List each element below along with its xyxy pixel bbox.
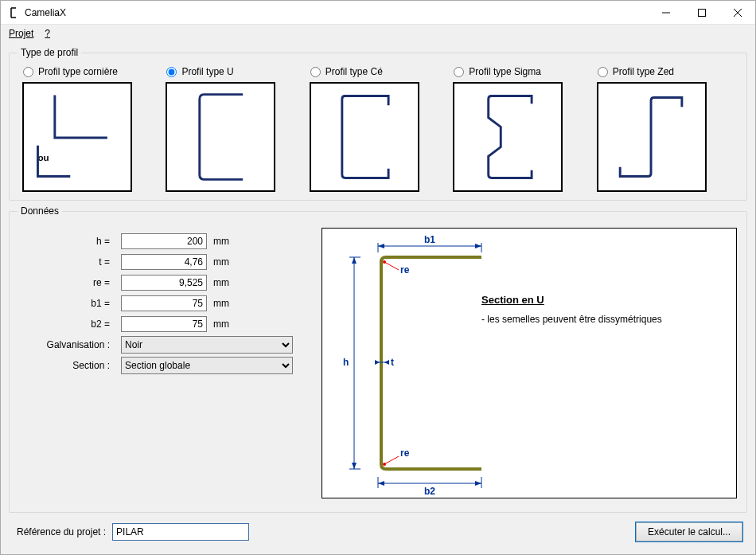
input-re[interactable] [121,275,207,291]
svg-marker-20 [352,463,357,469]
window-title: CameliaX [25,7,648,18]
radio-sigma-label: Profil type Sigma [469,66,541,77]
label-reference: Référence du projet : [17,526,106,537]
input-h[interactable] [121,233,207,249]
radio-sigma-input[interactable] [454,67,464,77]
svg-text:t: t [391,357,394,368]
profile-corniere-icon: ou [22,82,132,192]
profile-u-icon [166,82,275,192]
section-diagram: b1 re re [321,228,737,498]
window-controls [648,1,755,24]
app-window: CameliaX Projet ? Type de profil [0,0,756,555]
profile-zed-icon [597,82,707,192]
svg-marker-24 [384,360,389,365]
svg-marker-23 [375,360,380,365]
svg-line-14 [384,456,399,464]
label-section: Section : [19,360,115,371]
radio-u-label: Profil type U [181,66,233,77]
svg-marker-7 [378,244,384,248]
svg-marker-29 [378,481,384,486]
corniere-ou-label: ou [37,152,49,162]
close-button[interactable] [719,1,755,24]
radio-ce-input[interactable] [310,67,321,77]
radio-zed-input[interactable] [598,67,608,77]
svg-text:b1: b1 [424,234,435,245]
svg-rect-1 [698,9,705,16]
diagram-note: - les semelles peuvent être dissymétriqu… [481,314,728,325]
radio-corniere-label: Profil type cornière [38,66,118,77]
radio-ce-label: Profil type Cé [325,66,383,77]
svg-marker-19 [352,257,357,264]
select-section[interactable]: Section globale [121,357,293,374]
data-group: Données h = mm t = mm re = [9,205,747,513]
label-t: t = [19,256,115,268]
radio-corniere[interactable]: Profil type cornière [22,64,118,79]
data-legend: Données [18,205,62,217]
svg-marker-30 [475,481,481,486]
input-b2[interactable] [121,316,207,332]
menu-help[interactable]: ? [45,28,50,39]
profile-ce: Profil type Cé [310,64,446,192]
profile-type-group: Type de profil Profil type cornière ou [9,47,747,201]
svg-text:re: re [400,264,410,276]
svg-text:b2: b2 [424,486,435,497]
menu-projet[interactable]: Projet [9,28,33,39]
unit-h: mm [213,236,237,247]
radio-zed[interactable]: Profil type Zed [597,64,674,79]
label-b2: b2 = [19,319,115,330]
diagram-title: Section en U [481,294,728,306]
profile-sigma: Profil type Sigma [453,64,590,192]
svg-text:h: h [343,357,349,368]
profile-type-legend: Type de profil [18,47,81,58]
execute-button[interactable]: Exécuter le calcul... [636,522,742,541]
radio-u[interactable]: Profil type U [166,64,233,79]
input-t[interactable] [121,254,207,270]
svg-marker-8 [475,244,481,248]
label-b1: b1 = [19,298,115,309]
profile-ce-icon [310,82,419,192]
input-reference[interactable] [112,523,249,541]
unit-re: mm [213,277,237,288]
profile-u: Profil type U [166,64,302,192]
unit-b2: mm [213,319,237,330]
app-icon [7,6,20,19]
select-galvanisation[interactable]: Noir [121,336,293,354]
content-area: Type de profil Profil type cornière ou [1,42,755,554]
maximize-button[interactable] [684,1,719,24]
svg-line-11 [384,262,399,270]
titlebar: CameliaX [1,1,755,25]
profile-sigma-icon [453,82,563,192]
minimize-button[interactable] [648,1,684,24]
input-b1[interactable] [121,295,207,311]
svg-text:re: re [400,448,410,459]
form-column: h = mm t = mm re = mm b [19,228,306,498]
unit-b1: mm [213,298,237,309]
label-re: re = [19,277,115,288]
profile-zed: Profil type Zed [597,64,734,192]
profile-corniere: Profil type cornière ou [22,64,159,192]
radio-ce[interactable]: Profil type Cé [310,64,383,79]
menubar: Projet ? [1,25,755,42]
footer: Référence du projet : Exécuter le calcul… [9,518,747,546]
radio-corniere-input[interactable] [23,67,33,77]
label-h: h = [19,236,115,247]
radio-sigma[interactable]: Profil type Sigma [453,64,541,79]
label-galvanisation: Galvanisation : [19,339,115,350]
diagram-column: b1 re re [321,228,737,498]
radio-u-input[interactable] [166,67,177,77]
radio-zed-label: Profil type Zed [613,66,674,77]
unit-t: mm [213,256,237,268]
